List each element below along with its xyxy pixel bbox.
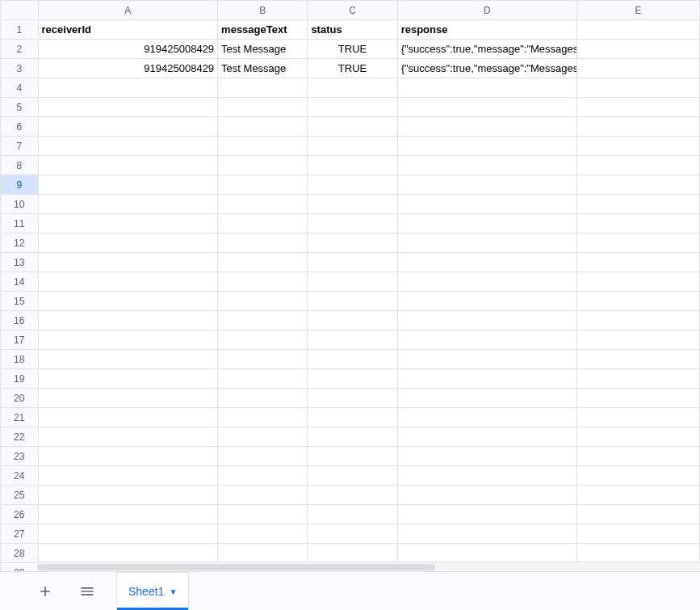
cell[interactable] xyxy=(38,253,218,272)
cell[interactable] xyxy=(308,253,397,272)
cell[interactable] xyxy=(218,408,308,427)
row-header[interactable]: 22 xyxy=(1,427,39,447)
cell[interactable] xyxy=(38,544,218,563)
cell[interactable] xyxy=(218,233,308,253)
cell[interactable] xyxy=(577,272,700,292)
cell[interactable] xyxy=(308,175,397,195)
cell[interactable] xyxy=(397,137,577,156)
cell[interactable] xyxy=(38,330,218,350)
cell[interactable] xyxy=(308,214,397,233)
cell[interactable] xyxy=(397,233,577,253)
cell[interactable] xyxy=(577,195,700,214)
cell[interactable] xyxy=(308,98,397,117)
cell[interactable]: messageText xyxy=(218,20,308,40)
cell[interactable] xyxy=(308,447,397,466)
cell[interactable] xyxy=(308,233,397,253)
column-header-a[interactable]: A xyxy=(38,1,218,20)
cell[interactable] xyxy=(397,78,577,98)
cell[interactable] xyxy=(577,505,700,524)
cell[interactable] xyxy=(397,195,577,214)
cell[interactable] xyxy=(577,544,700,563)
row-header[interactable]: 2 xyxy=(1,40,39,59)
cell[interactable] xyxy=(218,272,308,292)
cell[interactable] xyxy=(577,214,700,233)
cell[interactable] xyxy=(218,98,308,117)
cell[interactable] xyxy=(218,137,308,156)
cell[interactable] xyxy=(38,214,218,233)
row-header[interactable]: 1 xyxy=(1,20,39,40)
add-sheet-button[interactable] xyxy=(32,578,58,604)
cell[interactable] xyxy=(308,156,397,175)
cell[interactable] xyxy=(577,253,700,272)
cell[interactable] xyxy=(308,427,397,447)
cell[interactable] xyxy=(38,524,218,544)
cell[interactable]: {"success":true,"message":"Messages proc… xyxy=(397,59,577,78)
cell[interactable] xyxy=(308,350,397,369)
row-header[interactable]: 29 xyxy=(1,563,39,572)
cell[interactable] xyxy=(218,117,308,137)
cell[interactable]: response xyxy=(397,20,577,40)
cell[interactable] xyxy=(218,505,308,524)
cell[interactable] xyxy=(218,292,308,311)
cell[interactable] xyxy=(308,486,397,505)
cell[interactable] xyxy=(577,40,700,59)
cell[interactable] xyxy=(308,137,397,156)
cell[interactable] xyxy=(308,330,397,350)
cell[interactable] xyxy=(577,408,700,427)
cell[interactable] xyxy=(218,369,308,389)
cell[interactable] xyxy=(38,78,218,98)
cell[interactable]: 919425008429 xyxy=(38,40,218,59)
cell[interactable] xyxy=(397,350,577,369)
cell[interactable] xyxy=(38,466,218,486)
cell[interactable] xyxy=(397,98,577,117)
cell[interactable]: status xyxy=(308,20,397,40)
column-header-c[interactable]: C xyxy=(308,1,397,20)
cell[interactable] xyxy=(577,175,700,195)
cell[interactable] xyxy=(397,486,577,505)
column-header-d[interactable]: D xyxy=(397,1,577,20)
cell[interactable] xyxy=(218,466,308,486)
cell[interactable] xyxy=(218,253,308,272)
cell[interactable] xyxy=(577,292,700,311)
cell[interactable] xyxy=(397,427,577,447)
cell[interactable] xyxy=(577,117,700,137)
cell[interactable] xyxy=(218,214,308,233)
cell[interactable] xyxy=(38,272,218,292)
cell[interactable] xyxy=(218,311,308,330)
row-header[interactable]: 6 xyxy=(1,117,39,137)
sheet-tab-sheet1[interactable]: Sheet1 ▼ xyxy=(116,572,189,610)
cell[interactable] xyxy=(397,214,577,233)
column-header-b[interactable]: B xyxy=(218,1,308,20)
cell[interactable] xyxy=(218,389,308,408)
cell[interactable] xyxy=(308,117,397,137)
row-header[interactable]: 9 xyxy=(1,175,39,195)
cell[interactable] xyxy=(577,233,700,253)
cell[interactable] xyxy=(577,524,700,544)
cell[interactable] xyxy=(397,117,577,137)
row-header[interactable]: 15 xyxy=(1,292,39,311)
cell[interactable] xyxy=(577,20,700,40)
cell[interactable] xyxy=(397,292,577,311)
cell[interactable] xyxy=(38,408,218,427)
cell[interactable] xyxy=(397,544,577,563)
cell[interactable] xyxy=(397,466,577,486)
row-header[interactable]: 13 xyxy=(1,253,39,272)
cell[interactable] xyxy=(308,524,397,544)
row-header[interactable]: 14 xyxy=(1,272,39,292)
cell[interactable] xyxy=(308,408,397,427)
cell[interactable] xyxy=(308,505,397,524)
cell[interactable] xyxy=(38,486,218,505)
cell[interactable] xyxy=(218,78,308,98)
row-header[interactable]: 8 xyxy=(1,156,39,175)
cell[interactable] xyxy=(577,156,700,175)
row-header[interactable]: 10 xyxy=(1,195,39,214)
cell[interactable] xyxy=(308,369,397,389)
cell[interactable]: 919425008429 xyxy=(38,59,218,78)
cell[interactable] xyxy=(218,447,308,466)
spreadsheet-grid[interactable]: A B C D E 1receiverIdmessageTextstatusre… xyxy=(0,0,700,571)
cell[interactable] xyxy=(308,466,397,486)
column-header-e[interactable]: E xyxy=(577,1,700,20)
cell[interactable] xyxy=(38,311,218,330)
row-header[interactable]: 17 xyxy=(1,330,39,350)
cell[interactable] xyxy=(38,98,218,117)
